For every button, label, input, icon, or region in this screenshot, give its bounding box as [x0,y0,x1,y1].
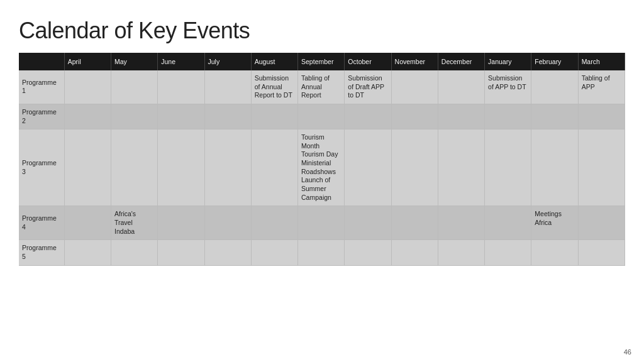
cell-january: Submission of APP to DT [485,70,531,104]
page-number: 46 [624,348,631,356]
cell-november [391,240,438,265]
cell-december [438,240,484,265]
cell-october [345,240,391,265]
page-container: Calendar of Key Events April May June Ju… [0,0,644,362]
cell-october [345,104,391,129]
cell-january [485,240,531,265]
cell-april [64,206,111,240]
cell-april [64,104,111,129]
cell-february [531,104,578,129]
page-title: Calendar of Key Events [19,18,625,44]
cell-october [345,129,391,206]
cell-august [251,129,297,206]
cell-march: Tabling of APP [578,70,625,104]
header-november: November [391,53,438,70]
cell-may [111,240,157,265]
cell-september [298,206,345,240]
cell-august: Submission of Annual Report to DT [251,70,297,104]
cell-programme: Programme 2 [19,104,64,129]
header-july: July [204,53,251,70]
cell-december [438,129,484,206]
cell-march [578,240,625,265]
header-september: September [298,53,345,70]
cell-may [111,104,157,129]
cell-september: Tourism MonthTourism DayMinisterial Road… [298,129,345,206]
cell-february: Meetings Africa [531,206,578,240]
header-march: March [578,53,625,70]
cell-december [438,104,484,129]
cell-july [204,70,251,104]
cell-november [391,70,438,104]
cell-october [345,206,391,240]
cell-programme: Programme 3 [19,129,64,206]
cell-february [531,129,578,206]
table-header-row: April May June July August September Oct… [19,53,625,70]
cell-june [158,240,204,265]
cell-programme: Programme 4 [19,206,64,240]
cell-may [111,129,157,206]
header-february: February [531,53,578,70]
cell-november [391,129,438,206]
cell-july [204,240,251,265]
cell-july [204,104,251,129]
cell-january [485,206,531,240]
cell-march [578,129,625,206]
cell-september: Tabling of Annual Report [298,70,345,104]
header-january: January [485,53,531,70]
cell-february [531,70,578,104]
cell-august [251,240,297,265]
cell-march [578,104,625,129]
cell-june [158,206,204,240]
header-programme [19,53,64,70]
cell-june [158,104,204,129]
cell-april [64,129,111,206]
cell-december [438,206,484,240]
cell-june [158,129,204,206]
header-may: May [111,53,157,70]
table-row: Programme 3Tourism MonthTourism DayMinis… [19,129,625,206]
table-row: Programme 5 [19,240,625,265]
table-row: Programme 2 [19,104,625,129]
cell-november [391,206,438,240]
calendar-table: April May June July August September Oct… [19,53,625,266]
cell-july [204,129,251,206]
header-june: June [158,53,204,70]
table-row: Programme 4Africa's Travel IndabaMeeting… [19,206,625,240]
table-row: Programme 1Submission of Annual Report t… [19,70,625,104]
cell-programme: Programme 1 [19,70,64,104]
cell-january [485,129,531,206]
table-wrapper: April May June July August September Oct… [19,53,625,349]
cell-july [204,206,251,240]
cell-february [531,240,578,265]
cell-september [298,104,345,129]
header-october: October [345,53,391,70]
header-december: December [438,53,484,70]
cell-may: Africa's Travel Indaba [111,206,157,240]
cell-november [391,104,438,129]
cell-june [158,70,204,104]
cell-october: Submission of Draft APP to DT [345,70,391,104]
cell-september [298,240,345,265]
cell-may [111,70,157,104]
cell-programme: Programme 5 [19,240,64,265]
cell-april [64,240,111,265]
cell-december [438,70,484,104]
cell-january [485,104,531,129]
cell-march [578,206,625,240]
cell-april [64,70,111,104]
cell-august [251,104,297,129]
header-august: August [251,53,297,70]
header-april: April [64,53,111,70]
cell-august [251,206,297,240]
